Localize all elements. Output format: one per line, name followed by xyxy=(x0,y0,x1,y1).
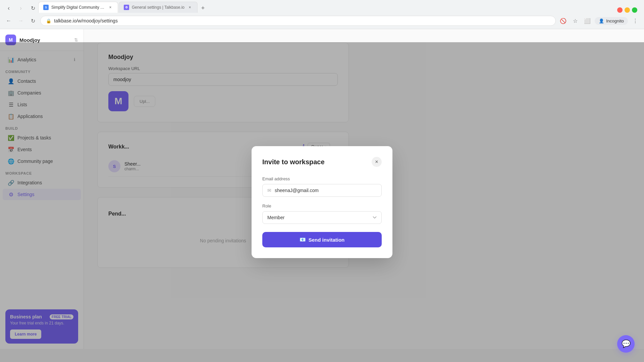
tab-2-label: General settings | Talkbase.io xyxy=(132,5,184,10)
window-controls: ‹ › ↻ xyxy=(4,3,38,13)
browser-chrome: ‹ › ↻ S Simplify Digital Community Ma...… xyxy=(0,0,644,29)
forward-nav-button[interactable]: → xyxy=(16,16,25,25)
send-btn-label: Send invitation xyxy=(309,237,345,243)
email-input-wrap: ✉ xyxy=(262,184,382,197)
tab-2-close[interactable]: × xyxy=(187,5,193,10)
lock-icon: 🔒 xyxy=(46,18,51,23)
window-minimize-btn[interactable] xyxy=(625,7,630,13)
incognito-badge: 👤 Incognito xyxy=(595,17,628,25)
send-icon: 📧 xyxy=(300,237,306,243)
email-input[interactable] xyxy=(275,188,377,193)
refresh-nav-button[interactable]: ↻ xyxy=(28,16,38,25)
role-select[interactable]: Member Admin Owner xyxy=(262,211,382,224)
tab-1[interactable]: S Simplify Digital Community Ma... × xyxy=(38,2,118,13)
role-label: Role xyxy=(262,203,382,208)
workspace-name: Moodjoy xyxy=(19,37,71,43)
tab-2[interactable]: ⚙ General settings | Talkbase.io × xyxy=(119,2,198,13)
tab-1-label: Simplify Digital Community Ma... xyxy=(51,5,105,10)
new-tab-button[interactable]: + xyxy=(198,3,208,13)
tabs-bar: ‹ › ↻ S Simplify Digital Community Ma...… xyxy=(0,0,644,13)
modal-header: Invite to workspace × xyxy=(262,157,382,167)
tab-1-close[interactable]: × xyxy=(108,5,113,10)
side-panel-icon[interactable]: ⬜ xyxy=(583,16,592,25)
url-text: talkbase.io/w/moodjoy/settings xyxy=(54,18,118,23)
address-bar: ← → ↻ 🔒 talkbase.io/w/moodjoy/settings 🚫… xyxy=(0,13,644,29)
modal-overlay[interactable]: Invite to workspace × Email address ✉ Ro… xyxy=(0,42,644,362)
window-maximize-btn[interactable] xyxy=(632,7,637,13)
incognito-icon: 👤 xyxy=(599,18,604,23)
back-nav-button[interactable]: ← xyxy=(4,16,13,25)
tab-2-favicon: ⚙ xyxy=(124,5,129,10)
modal-title: Invite to workspace xyxy=(262,158,325,166)
email-envelope-icon: ✉ xyxy=(267,188,271,193)
incognito-label: Incognito xyxy=(606,18,624,23)
modal-close-button[interactable]: × xyxy=(372,157,382,167)
email-field-group: Email address ✉ xyxy=(262,176,382,197)
url-bar[interactable]: 🔒 talkbase.io/w/moodjoy/settings xyxy=(40,16,556,26)
back-button[interactable]: ‹ xyxy=(4,3,13,13)
expand-workspace-icon[interactable]: ⇅ xyxy=(74,37,78,43)
role-field-group: Role Member Admin Owner xyxy=(262,203,382,224)
chat-bubble-button[interactable]: 💬 xyxy=(617,335,635,353)
invite-modal: Invite to workspace × Email address ✉ Ro… xyxy=(252,146,392,258)
tab-1-favicon: S xyxy=(43,5,49,10)
chat-bubble-icon: 💬 xyxy=(622,340,631,348)
bookmark-icon[interactable]: ☆ xyxy=(571,16,580,25)
more-options-icon[interactable]: ⋮ xyxy=(631,16,640,25)
refresh-button[interactable]: ↻ xyxy=(28,3,38,13)
email-label: Email address xyxy=(262,176,382,181)
forward-button[interactable]: › xyxy=(16,3,25,13)
eye-slash-icon: 🚫 xyxy=(558,16,568,25)
send-invitation-button[interactable]: 📧 Send invitation xyxy=(262,232,382,247)
window-close-btn[interactable] xyxy=(617,7,623,13)
